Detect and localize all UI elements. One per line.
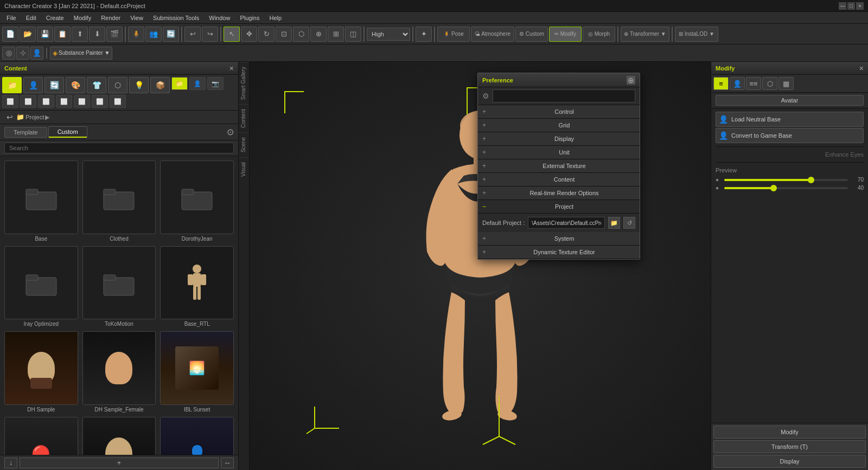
- pref-section-system[interactable]: + System: [478, 232, 640, 246]
- search-input[interactable]: [4, 143, 234, 153]
- save-as-button[interactable]: 📋: [54, 27, 71, 42]
- menu-modify[interactable]: Modify: [69, 14, 95, 22]
- content-subtab-3[interactable]: 📷: [207, 77, 224, 90]
- render-button[interactable]: 🎬: [106, 27, 123, 42]
- import-button[interactable]: ⬆: [72, 27, 88, 42]
- modify-tab-body[interactable]: 👤: [730, 77, 745, 90]
- tab-template[interactable]: Template: [4, 127, 47, 138]
- content-subtab-10[interactable]: ⬜: [110, 95, 126, 108]
- modify-footer-display[interactable]: Display: [713, 455, 866, 468]
- pref-section-realtime[interactable]: + Real-time Render Options: [478, 186, 640, 200]
- pref-section-display[interactable]: + Display: [478, 132, 640, 146]
- menu-create[interactable]: Create: [42, 14, 68, 22]
- scene-btn-1[interactable]: ◎: [2, 47, 15, 60]
- pref-section-dynamic-texture[interactable]: + Dynamic Texture Editor: [478, 246, 640, 259]
- pose-btn-3[interactable]: 🔄: [163, 27, 179, 42]
- content-subtab-8[interactable]: ⬜: [74, 95, 90, 108]
- transformer-button[interactable]: ⊕ Transformer ▼: [621, 27, 669, 42]
- content-tab-prop[interactable]: 📦: [150, 77, 170, 93]
- side-tab-content[interactable]: Content: [239, 104, 249, 132]
- side-tab-smart-gallery[interactable]: Smart Gallery: [239, 62, 249, 104]
- content-subtab-4[interactable]: ⬜: [2, 95, 18, 108]
- breadcrumb-project[interactable]: Project: [25, 114, 44, 120]
- modify-footer-modify[interactable]: Modify: [713, 426, 866, 439]
- move-button[interactable]: ✥: [241, 27, 257, 42]
- quality-select[interactable]: High Medium Low: [367, 28, 410, 41]
- asset-item-extra-1[interactable]: 🔴: [4, 417, 78, 455]
- pref-project-refresh[interactable]: ↺: [623, 217, 635, 229]
- modify-tab-mesh[interactable]: ⬡: [762, 77, 777, 90]
- menu-edit[interactable]: Edit: [22, 14, 41, 22]
- content-tab-clothing[interactable]: 👕: [87, 77, 106, 93]
- export-button[interactable]: ⬇: [89, 27, 105, 42]
- content-subtab-7[interactable]: ⬜: [56, 95, 72, 108]
- pref-section-content[interactable]: + Content: [478, 173, 640, 186]
- menu-render[interactable]: Render: [97, 14, 125, 22]
- pref-section-unit[interactable]: + Unit: [478, 146, 640, 159]
- menu-window[interactable]: Window: [205, 14, 234, 22]
- content-panel-close[interactable]: ×: [229, 64, 234, 73]
- asset-item-dh-sample[interactable]: DH Sample: [4, 331, 78, 413]
- content-subtab-2[interactable]: 👤: [189, 77, 206, 90]
- menu-help[interactable]: Help: [265, 14, 286, 22]
- content-tab-accessories[interactable]: ⬡: [108, 77, 127, 93]
- viewport[interactable]: Preference ⊕ ⚙ + Control + Grid + Displa…: [250, 62, 711, 470]
- maximize-button[interactable]: □: [847, 2, 855, 10]
- bottom-add[interactable]: +: [20, 458, 219, 468]
- modify-panel-close[interactable]: ×: [859, 64, 864, 73]
- menu-plugins[interactable]: Plugins: [235, 14, 264, 22]
- redo-button[interactable]: ↪: [202, 27, 218, 42]
- scale-button[interactable]: ⊡: [276, 27, 292, 42]
- content-subtab-6[interactable]: ⬜: [38, 95, 54, 108]
- atmosphere-mode-button[interactable]: 🌤 Atmosphere: [471, 27, 514, 42]
- asset-item-dh-sample-female[interactable]: DH Sample_Female: [82, 331, 156, 413]
- undo-button[interactable]: ↩: [184, 27, 201, 42]
- substance-painter-button[interactable]: ◈ Substance Painter ▼: [50, 47, 112, 60]
- asset-item-extra-2[interactable]: [82, 417, 156, 455]
- convert-game-base-button[interactable]: 👤 Convert to Game Base: [716, 128, 864, 143]
- modify-tab-face[interactable]: ≡≡: [746, 77, 761, 90]
- pref-project-browse[interactable]: 📁: [608, 217, 620, 229]
- content-subtab-9[interactable]: ⬜: [92, 95, 108, 108]
- tab-custom[interactable]: Custom: [48, 126, 87, 138]
- pref-project-input[interactable]: [528, 217, 605, 229]
- asset-item-ibl-sunset[interactable]: 🌅 IBL Sunset: [160, 331, 234, 413]
- tool-btn-7[interactable]: ⊞: [328, 27, 344, 42]
- menu-file[interactable]: File: [2, 14, 21, 22]
- content-tab-light[interactable]: 💡: [129, 77, 149, 93]
- content-tab-characters[interactable]: 👤: [23, 77, 43, 93]
- content-tab-material[interactable]: 🎨: [66, 77, 85, 93]
- minimize-button[interactable]: —: [839, 2, 846, 10]
- bottom-expand[interactable]: ↔: [221, 458, 234, 468]
- tool-btn-6[interactable]: ⊕: [310, 27, 327, 42]
- modify-tab-checker[interactable]: ▦: [778, 77, 794, 90]
- new-button[interactable]: 📄: [2, 27, 18, 42]
- bottom-download[interactable]: ↓: [4, 458, 17, 468]
- asset-item-extra-3[interactable]: 👤: [160, 417, 234, 455]
- custom-mode-button[interactable]: ⚙ Custom: [515, 27, 548, 42]
- instalod-button[interactable]: ⊞ InstaLOD ▼: [675, 27, 718, 42]
- tool-btn-5[interactable]: ⬡: [293, 27, 309, 42]
- tool-btn-8[interactable]: ◫: [345, 27, 361, 42]
- asset-item-base-rtl[interactable]: Base_RTL: [160, 246, 234, 327]
- pref-section-external-texture[interactable]: + External Texture: [478, 159, 640, 173]
- modify-tab-settings[interactable]: ≡: [713, 77, 729, 90]
- rotate-button[interactable]: ↻: [258, 27, 275, 42]
- menu-submission-tools[interactable]: Submission Tools: [149, 14, 203, 22]
- asset-item-dorothyjean[interactable]: DorothyJean: [160, 160, 234, 242]
- scene-btn-3[interactable]: 👤: [30, 47, 43, 60]
- pref-section-control[interactable]: + Control: [478, 105, 640, 119]
- preference-search-input[interactable]: [493, 89, 635, 102]
- asset-item-base[interactable]: Base: [4, 160, 78, 242]
- preference-close[interactable]: ⊕: [627, 76, 635, 85]
- select-button[interactable]: ↖: [224, 27, 240, 42]
- content-tab-morph[interactable]: 🔄: [44, 77, 64, 93]
- pose-mode-button[interactable]: 🧍 Pose: [437, 27, 470, 42]
- modify-footer-transform[interactable]: Transform (T): [713, 440, 866, 453]
- menu-view[interactable]: View: [126, 14, 148, 22]
- preview-slider-track-2[interactable]: [724, 187, 848, 189]
- morph-mode-button[interactable]: ◎ Morph: [583, 27, 615, 42]
- modify-mode-button[interactable]: ✏ Modify: [549, 27, 582, 42]
- pref-section-project[interactable]: − Project: [478, 200, 640, 214]
- save-button[interactable]: 💾: [37, 27, 53, 42]
